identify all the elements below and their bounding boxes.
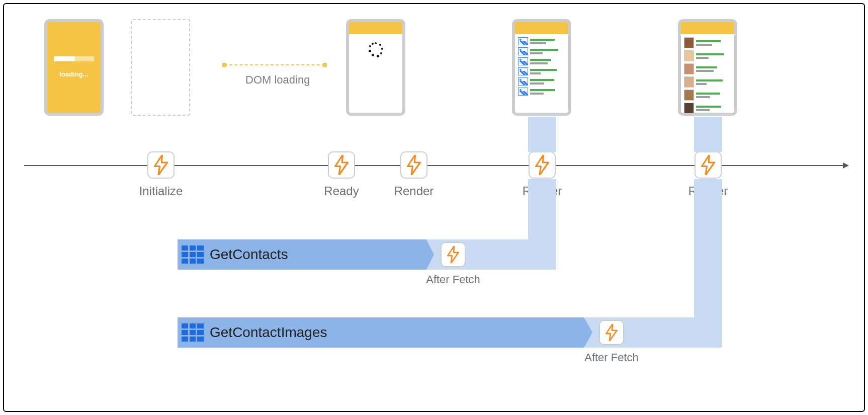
bolt-icon [701,155,716,175]
list-item [682,49,733,62]
event-ready [328,151,355,179]
avatar-icon [684,90,694,101]
phone-contacts-loaded [678,19,737,116]
render-flow-arrow [528,117,556,152]
bolt-icon [535,155,550,175]
list-item [516,46,567,56]
phone-header [349,22,402,34]
phone-spinner [346,19,405,116]
data-grid-icon [182,323,204,342]
avatar-icon [684,37,694,48]
bolt-icon [406,155,421,175]
avatar-icon [684,103,694,114]
event-render [695,151,722,179]
render-flow-arrow [694,117,722,152]
after-fetch-label: After Fetch [426,273,480,286]
list-item [516,87,567,97]
bolt-icon [605,324,618,341]
event-after-fetch [599,320,624,345]
phone-loading: loading... [44,19,104,116]
fetch-bar-getcontacts: GetContacts [178,239,434,270]
phone-header [681,22,734,34]
bolt-icon [447,246,460,263]
progress-bar [54,56,94,61]
contact-list [681,34,734,117]
data-grid-icon [182,245,204,264]
list-item [516,56,567,66]
dom-loading-connector [224,64,325,65]
spinner-icon [368,42,383,57]
dom-loading-label: DOM loading [245,73,310,87]
list-item [516,36,567,46]
bolt-icon [153,155,168,175]
contact-list [515,34,568,99]
phone-contacts-placeholder [512,19,571,116]
fetch-flow-arrow [694,179,722,317]
list-item [516,76,567,87]
avatar-icon [684,76,694,88]
after-fetch-label: After Fetch [584,351,639,364]
list-item [516,66,567,76]
phone-empty-outline [131,19,190,116]
bolt-icon [334,155,349,175]
list-item [682,36,733,49]
event-label: Initialize [139,184,183,198]
fetch-label: GetContactImages [210,324,327,341]
avatar-icon [684,63,694,74]
loading-label: loading... [47,70,101,78]
event-label: Render [394,184,434,198]
fetch-label: GetContacts [210,246,288,263]
phone-header [515,22,568,34]
event-after-fetch [441,242,466,267]
image-placeholder-icon [518,77,528,86]
event-label: Ready [324,184,359,198]
image-placeholder-icon [518,37,528,45]
image-placeholder-icon [518,67,528,75]
image-placeholder-icon [518,47,528,55]
image-placeholder-icon [518,88,528,96]
fetch-bar-getcontactimages: GetContactImages [178,317,592,348]
image-placeholder-icon [518,57,528,65]
event-render [400,151,427,179]
event-initialize [147,151,175,179]
list-item [682,62,733,75]
event-render [529,151,556,179]
list-item [682,89,733,102]
avatar-icon [684,50,694,61]
list-item [682,75,733,89]
fetch-flow-arrow [528,179,556,239]
list-item [682,102,733,115]
diagram-frame: loading... DOM loading [3,3,865,412]
progress-bar-fill [54,56,75,61]
